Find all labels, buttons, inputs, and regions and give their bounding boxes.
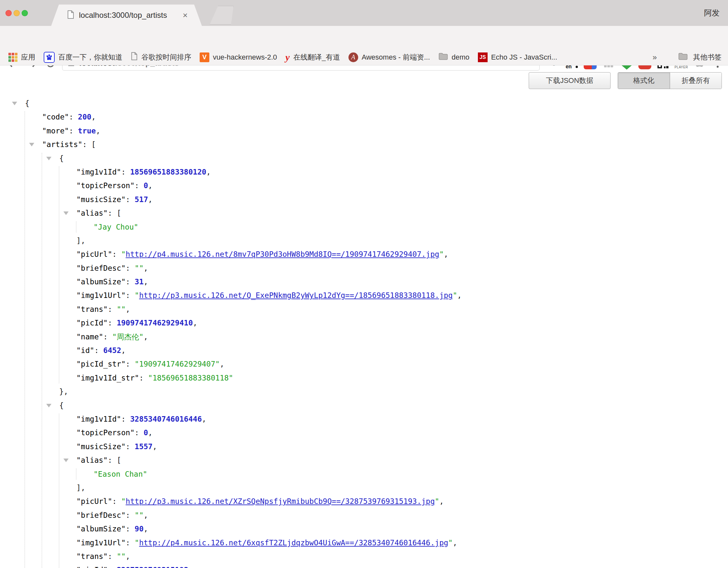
bookmarks-overflow-chevron[interactable]: » — [653, 53, 657, 62]
json-key: "img1v1Url" — [76, 291, 126, 300]
json-colon: : — [126, 360, 135, 368]
json-key: "img1v1Id" — [76, 168, 121, 176]
json-key: "img1v1Id" — [76, 415, 121, 423]
json-number: 0 — [144, 181, 148, 190]
bookmark-echojs[interactable]: JS Echo JS - JavaScri... — [478, 52, 557, 62]
json-url-link[interactable]: http://p3.music.126.net/XZrSQeNpsfjyRmib… — [126, 497, 435, 506]
collapse-toggle-icon[interactable] — [46, 157, 51, 160]
json-number: 3285340746016446 — [130, 415, 202, 423]
format-button[interactable]: 格式化 — [618, 72, 670, 89]
json-colon: : — [135, 429, 144, 437]
json-punctuation: [ — [117, 209, 121, 217]
json-key: "picId" — [76, 319, 108, 327]
json-quote: " — [435, 497, 439, 506]
folder-icon — [678, 52, 688, 62]
json-colon: : — [126, 291, 135, 300]
json-url-link[interactable]: http://p4.music.126.net/6xqsfT2ZLjdqzbwO… — [139, 539, 448, 547]
json-colon: : — [135, 181, 144, 190]
json-comma: , — [121, 346, 126, 355]
json-number: 1557 — [135, 442, 152, 451]
json-punctuation: ], — [76, 236, 85, 245]
json-comma: , — [91, 113, 96, 121]
json-line: "alias": [ — [0, 206, 728, 220]
collapse-toggle-icon[interactable] — [29, 143, 34, 146]
window-fullscreen-button[interactable] — [22, 10, 28, 16]
collapse-toggle-icon[interactable] — [63, 211, 69, 215]
json-line: "topicPerson": 0, — [0, 179, 728, 192]
new-tab-button[interactable] — [210, 6, 234, 25]
browser-tab[interactable]: localhost:3000/top_artists × — [51, 5, 202, 26]
document-icon — [131, 52, 138, 62]
json-key: "briefDesc" — [76, 264, 126, 272]
json-number: 3287539769315193 — [117, 566, 189, 568]
json-comma: , — [148, 429, 153, 437]
json-line: "img1v1Id": 18569651883380120, — [0, 165, 728, 179]
json-line: "albumSize": 31, — [0, 275, 728, 289]
download-json-button[interactable]: 下载JSON数据 — [529, 72, 611, 89]
json-colon: : — [103, 333, 112, 341]
json-comma: , — [148, 181, 153, 190]
vue-icon: V — [200, 52, 209, 62]
tab-strip: localhost:3000/top_artists × 阿发 — [0, 0, 728, 26]
json-comma: , — [126, 305, 130, 314]
json-line: { — [0, 151, 728, 165]
window-minimize-button[interactable] — [14, 10, 20, 16]
bookmark-apps[interactable]: 应用 — [8, 52, 35, 62]
json-key: "musicSize" — [76, 442, 126, 451]
json-string: "18569651883380118" — [148, 374, 233, 382]
json-quote: " — [121, 250, 126, 258]
json-string: "" — [135, 264, 144, 272]
json-key: "id" — [76, 346, 94, 355]
json-colon: : — [108, 305, 117, 314]
browser-profile-name[interactable]: 阿发 — [704, 0, 720, 26]
json-line: "Eason Chan" — [0, 467, 728, 481]
bookmark-baidu[interactable]: 百度一下，你就知道 — [44, 52, 122, 63]
window-close-button[interactable] — [6, 10, 12, 16]
browser-toolbar: localhost:3000/top_artists V 英 en FE T » — [0, 26, 728, 49]
bookmark-vue-hackernews[interactable]: V vue-hackernews-2.0 — [200, 52, 277, 62]
json-colon: : — [108, 319, 117, 327]
json-colon: : — [108, 552, 117, 561]
json-comma: , — [152, 442, 157, 451]
json-comma: , — [444, 250, 448, 258]
json-punctuation: [ — [117, 456, 121, 464]
json-line: ], — [0, 234, 728, 247]
json-line: "albumSize": 90, — [0, 522, 728, 536]
collapse-toggle-icon[interactable] — [63, 459, 69, 462]
json-comma: , — [457, 291, 462, 300]
json-key: "trans" — [76, 305, 108, 314]
json-number: 18569651883380120 — [130, 168, 206, 176]
json-line: { — [0, 399, 728, 412]
bookmark-google-sort[interactable]: 谷歌按时间排序 — [131, 52, 191, 62]
json-key: "img1v1Url" — [76, 539, 126, 547]
json-quote: " — [448, 539, 453, 547]
json-key: "name" — [76, 333, 103, 341]
json-quote: " — [121, 497, 126, 506]
json-number: 19097417462929410 — [117, 319, 193, 327]
other-bookmarks-folder[interactable]: 其他书签 — [678, 52, 722, 62]
json-colon: : — [121, 415, 130, 423]
json-line: }, — [0, 385, 728, 398]
collapse-toggle-icon[interactable] — [46, 404, 51, 407]
json-url-link[interactable]: http://p3.music.126.net/Q_ExePNkmgB2yWyL… — [139, 291, 453, 300]
json-comma: , — [144, 264, 148, 272]
json-key: "picId" — [76, 566, 108, 568]
bookmark-awesomes[interactable]: A Awesomes - 前端资... — [348, 52, 430, 62]
bookmark-demo-folder[interactable]: demo — [438, 52, 469, 62]
json-url-link[interactable]: http://p4.music.126.net/8mv7qP30Pd3oHW8b… — [126, 250, 439, 258]
tab-close-icon[interactable]: × — [182, 11, 189, 19]
json-colon: : — [126, 442, 135, 451]
json-colon: : — [108, 456, 117, 464]
json-colon: : — [126, 195, 135, 204]
collapse-toggle-icon[interactable] — [12, 102, 17, 105]
json-key: "alias" — [76, 456, 108, 464]
json-key: "artists" — [42, 140, 83, 149]
collapse-all-button[interactable]: 折叠所有 — [670, 72, 722, 89]
json-punctuation: ], — [76, 484, 85, 492]
bookmark-youdao-translate[interactable]: y 在线翻译_有道 — [285, 52, 340, 63]
json-comma: , — [144, 511, 148, 519]
json-colon: : — [108, 566, 117, 568]
json-string: "周杰伦" — [112, 333, 144, 341]
json-string: "" — [117, 552, 126, 561]
json-key: "topicPerson" — [76, 429, 135, 437]
